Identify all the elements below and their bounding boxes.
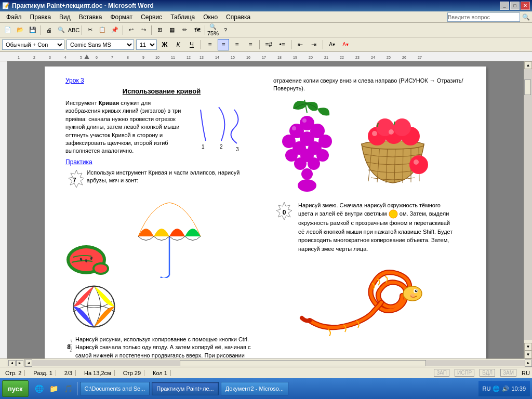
left-ruler-scroll (0, 359, 7, 367)
taskbar-app-2[interactable]: Документ2 - Microso... (221, 382, 288, 395)
menu-help[interactable]: Справка (222, 12, 255, 22)
status-extend: ВДЛ (480, 369, 495, 377)
copy-button[interactable]: 📋 (97, 24, 108, 36)
font-color-button[interactable]: A▾ (340, 39, 351, 50)
indent-more-button[interactable]: ⇥ (308, 39, 320, 50)
size-select[interactable]: 11 (136, 39, 157, 50)
scroll-down-button[interactable]: ▼ (524, 343, 532, 351)
preview-button[interactable]: 🔍 (56, 24, 67, 36)
svg-point-81 (389, 210, 397, 218)
svg-text:3: 3 (49, 56, 51, 59)
title-bar-controls[interactable]: _ □ ✕ (500, 2, 530, 10)
svg-point-58 (302, 118, 307, 123)
badge-0: 0 (273, 201, 295, 223)
maximize-button[interactable]: □ (510, 2, 520, 10)
tray-time: 10:39 (511, 385, 526, 392)
zoom-button[interactable]: 🔍75% (207, 24, 219, 36)
menu-file[interactable]: Файл (2, 12, 26, 22)
help-search-icon[interactable]: 🔍 (522, 14, 530, 21)
save-button[interactable]: 💾 (27, 24, 38, 36)
svg-text:5: 5 (80, 56, 82, 59)
horiz-scroll-track[interactable] (32, 360, 525, 366)
menu-edit[interactable]: Правка (26, 12, 56, 22)
horiz-scrollbar[interactable]: ◄ ► (25, 359, 532, 367)
new-button[interactable]: 📄 (2, 24, 14, 36)
svg-text:25: 25 (387, 56, 391, 59)
left-ruler (0, 61, 7, 358)
minimize-button[interactable]: _ (500, 2, 509, 10)
start-button[interactable]: пуск (2, 380, 29, 397)
spell-button[interactable]: ABC (68, 24, 79, 36)
svg-point-59 (292, 126, 296, 130)
open-button[interactable]: 📂 (15, 24, 26, 36)
svg-text:11: 11 (171, 56, 175, 59)
status-line: Стр 29 (120, 370, 144, 376)
page-next-button[interactable]: ► (16, 360, 23, 366)
help-q-button[interactable]: ? (220, 24, 231, 36)
practice-link[interactable]: Практика (65, 158, 258, 166)
paste-button[interactable]: 📌 (109, 24, 121, 36)
svg-text:21: 21 (324, 56, 328, 59)
menu-window[interactable]: Окно (199, 12, 222, 22)
doc-map-button[interactable]: 🗺 (191, 24, 203, 36)
svg-text:15: 15 (231, 56, 235, 59)
lesson-header: Урок 3 (65, 77, 258, 84)
table-button[interactable]: ⊞ (154, 24, 165, 36)
taskbar: пуск 🌐 📁 🎵 C:\Documents and Se... Практи… (0, 378, 532, 399)
cut-button[interactable]: ✂ (84, 24, 96, 36)
columns-button[interactable]: ▦ (166, 24, 178, 36)
scroll-up-button[interactable]: ▲ (524, 61, 532, 69)
highlight-button[interactable]: A▾ (326, 39, 338, 50)
align-left-button[interactable]: ≡ (204, 39, 216, 50)
bullets-button[interactable]: •≡ (276, 39, 288, 50)
right-scrollbar[interactable]: ▲ ▼ ▼ (524, 61, 532, 358)
tray-network: 🌐 (493, 385, 500, 392)
drawing-button[interactable]: ✏ (179, 24, 190, 36)
sep-fmt4 (323, 40, 323, 49)
redo-button[interactable]: ↪ (138, 24, 149, 36)
menu-insert[interactable]: Вставка (75, 12, 107, 22)
menu-format[interactable]: Формат (106, 12, 137, 22)
ball-illustration (71, 283, 117, 330)
align-right-button[interactable]: ≡ (231, 39, 243, 50)
menu-table[interactable]: Таблица (166, 12, 199, 22)
horiz-scroll-thumb[interactable] (180, 360, 426, 366)
close-button[interactable]: ✕ (521, 2, 530, 10)
scroll-down2-button[interactable]: ▼ (524, 351, 532, 358)
status-page-of: 2/3 (61, 370, 76, 376)
menu-tools[interactable]: Сервис (137, 12, 166, 22)
numbering-button[interactable]: ≡# (263, 39, 274, 50)
svg-point-79 (414, 159, 419, 165)
scroll-thumb[interactable] (524, 79, 531, 95)
style-select[interactable]: Обычный + Con (2, 39, 64, 50)
svg-point-42 (74, 286, 114, 327)
quick-launch-explorer[interactable]: 📁 (47, 382, 61, 395)
menu-view[interactable]: Вид (55, 12, 75, 22)
watermelon-illustration (65, 236, 112, 278)
scroll-right-button[interactable]: ► (525, 360, 532, 367)
scroll-track[interactable] (524, 69, 532, 340)
svg-point-38 (95, 264, 107, 273)
sep5 (205, 25, 205, 35)
system-tray: RU 🌐 🔊 10:39 (478, 381, 530, 396)
align-center-button[interactable]: ≡ (218, 39, 229, 50)
indent-less-button[interactable]: ⇤ (295, 39, 306, 50)
status-col: Кол 1 (150, 370, 171, 376)
quick-launch-ie[interactable]: 🌐 (33, 382, 46, 395)
quick-launch-media[interactable]: 🎵 (62, 382, 75, 395)
taskbar-app-0[interactable]: C:\Documents and Se... (80, 382, 150, 395)
print-button[interactable]: 🖨 (43, 24, 55, 36)
font-select[interactable]: Comic Sans MS (66, 39, 134, 50)
align-justify-button[interactable]: ≡ (245, 39, 256, 50)
svg-text:2: 2 (33, 56, 35, 59)
underline-button[interactable]: Ч (186, 39, 197, 50)
right-top-text: отражение копии сверху вниз и слева напр… (273, 77, 466, 93)
page-prev-button[interactable]: ◄ (8, 360, 16, 366)
taskbar-app-1[interactable]: Практикум Paint+ле... (152, 382, 218, 395)
bold-button[interactable]: Ж (159, 39, 170, 50)
help-search-input[interactable] (447, 12, 520, 22)
undo-button[interactable]: ↩ (125, 24, 137, 36)
scroll-left-button[interactable]: ◄ (25, 360, 32, 367)
italic-button[interactable]: К (172, 39, 184, 50)
svg-text:6: 6 (96, 56, 98, 59)
